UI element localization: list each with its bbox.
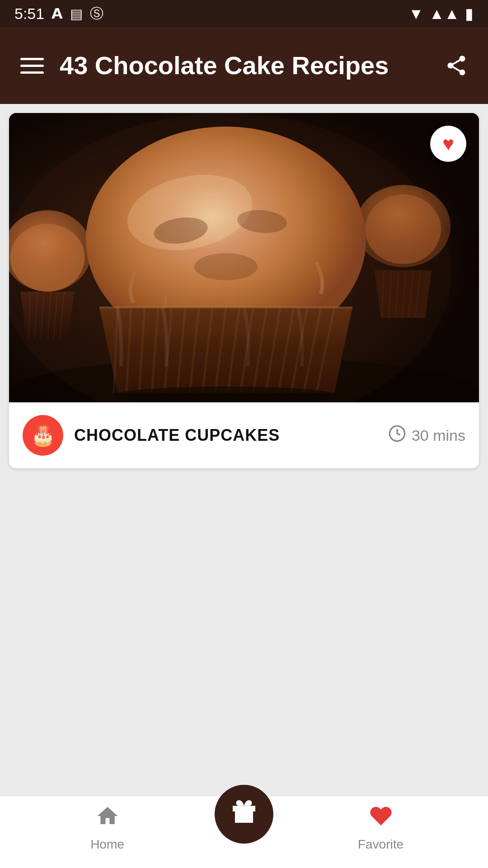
status-time: 5:51 𝗔 ▤ Ⓢ [14,5,103,23]
favorite-nav-icon [369,804,393,834]
share-button[interactable] [443,54,470,77]
shield-icon: Ⓢ [90,5,103,23]
heart-nav-svg [369,804,393,828]
clock-svg [388,425,406,443]
recipe-icon-circle: 🎂 [23,415,63,456]
gift-svg [230,798,258,825]
time-display: 5:51 [14,5,44,23]
gift-icon [230,798,258,830]
hamburger-line-3 [20,71,44,74]
battery-icon: ▮ [465,5,474,23]
favorite-label: Favorite [358,837,404,852]
favorite-button[interactable]: ♥ [430,126,466,162]
hamburger-line-1 [20,58,44,60]
app-header: 43 Chocolate Cake Recipes [0,27,488,104]
nav-favorite[interactable]: Favorite [273,804,488,852]
recipe-time: 30 mins [388,425,465,447]
heart-icon: ♥ [442,134,454,154]
storage-icon: ▤ [70,6,83,22]
bottom-navigation: Home Favorite [0,796,488,868]
clock-icon [388,425,406,447]
page-title: 43 Chocolate Cake Recipes [60,51,429,80]
share-icon [445,54,468,77]
recipe-title: CHOCOLATE CUPCAKES [74,426,280,445]
home-label: Home [90,837,124,852]
hamburger-line-2 [20,65,44,67]
wifi-icon: ▼ [408,5,424,23]
home-svg [95,804,120,828]
recipe-card[interactable]: ♥ 🎂 CHOCOLATE CUPCAKES 30 mins [9,113,479,468]
recipe-image-container: ♥ [9,113,479,402]
nav-center-button[interactable] [215,785,273,844]
home-icon [95,804,120,834]
nav-home[interactable]: Home [0,804,215,852]
status-bar: 5:51 𝗔 ▤ Ⓢ ▼ ▲▲ ▮ [0,0,488,27]
recipe-name-section: 🎂 CHOCOLATE CUPCAKES [23,415,280,456]
recipe-info-bar: 🎂 CHOCOLATE CUPCAKES 30 mins [9,402,479,468]
font-icon: 𝗔 [52,5,63,22]
recipe-image-svg [9,113,479,402]
time-text: 30 mins [412,427,465,444]
menu-button[interactable] [18,56,46,76]
status-icons: ▼ ▲▲ ▮ [408,5,474,23]
main-content: ♥ 🎂 CHOCOLATE CUPCAKES 30 mins [0,104,488,477]
signal-icon: ▲▲ [429,5,460,23]
cake-icon: 🎂 [31,424,56,447]
